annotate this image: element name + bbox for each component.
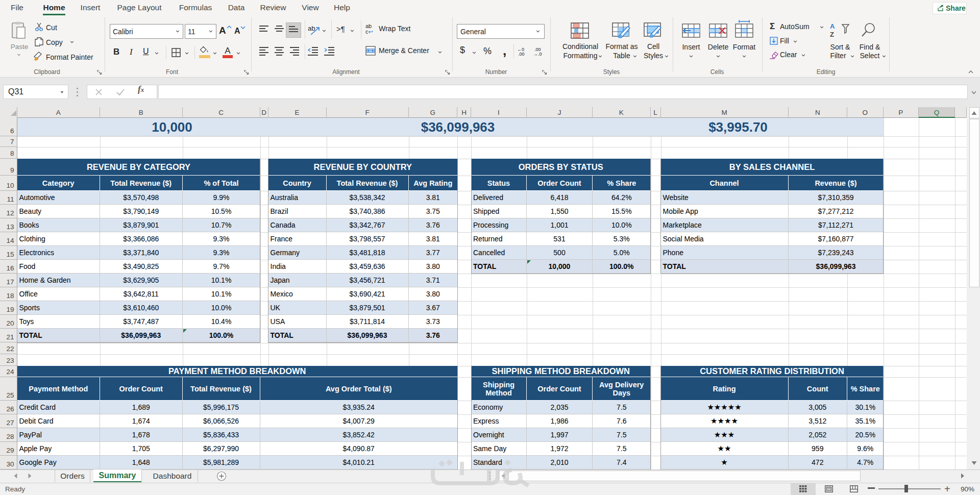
svg-text:A: A xyxy=(830,22,835,30)
svg-text:.00: .00 xyxy=(518,52,525,57)
svg-text:Z: Z xyxy=(830,31,834,38)
svg-text:→.0: →.0 xyxy=(533,52,542,57)
